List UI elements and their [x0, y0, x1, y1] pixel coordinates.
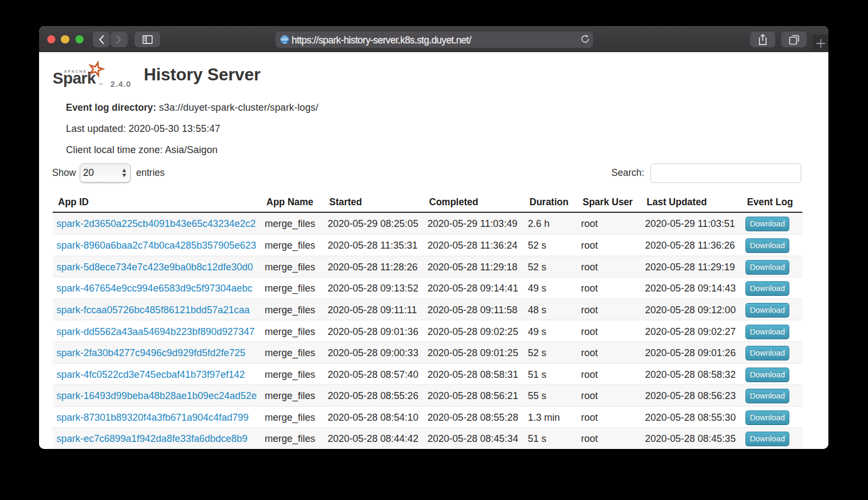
svg-text:Spark: Spark	[53, 69, 97, 87]
svg-text:TM: TM	[99, 83, 103, 86]
